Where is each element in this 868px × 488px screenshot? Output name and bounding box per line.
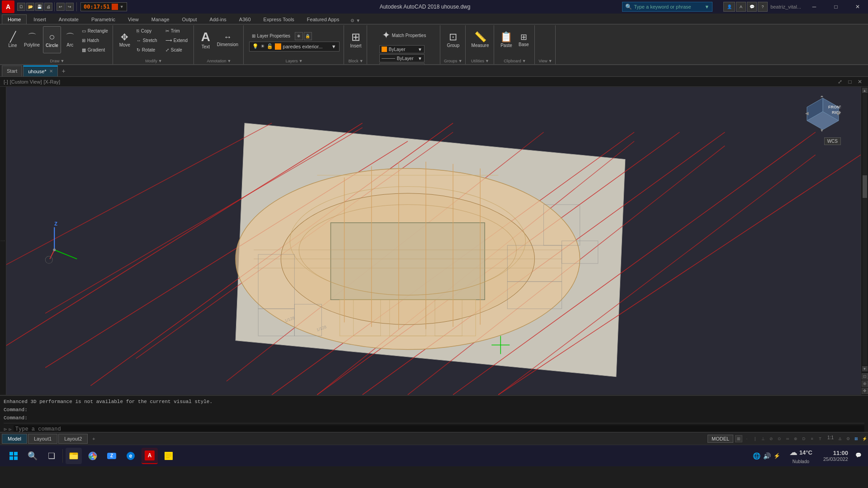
layer-lock-btn[interactable]: 🔒 [304,32,312,40]
match-properties-button[interactable]: ✦ Match Properties [379,26,429,44]
plot-button[interactable]: 🖨 [44,3,52,11]
tab-annotate[interactable]: Annotate [53,14,85,24]
drawing-canvas[interactable]: 1/128 1/128 Z [0,87,861,395]
ortho-btn[interactable]: ⊥ [760,435,767,442]
signin-btn[interactable]: A [736,2,746,12]
new-tab-btn[interactable]: + [59,66,69,76]
user-menu-btn[interactable]: 👤 [723,2,735,12]
gradient-button[interactable]: ▦ Gradient [80,45,110,54]
trim-button[interactable]: ✂ Trim [164,26,191,35]
tab-home[interactable]: Home [2,14,27,24]
linetype-dropdown[interactable]: ByLayer ▼ [379,54,425,62]
scroll-down-btn[interactable]: ▼ [862,366,868,371]
taskbar-notes-btn[interactable] [160,448,177,464]
annotation-scale-btn[interactable]: Δ [836,435,844,442]
base-button[interactable]: ⊞ Base [515,26,532,53]
layout-tab-layout2[interactable]: Layout2 [58,434,88,444]
undo-button[interactable]: ↩ [57,3,65,11]
model-space-btn[interactable]: MODEL [708,435,733,443]
workspace-dropdown[interactable]: ⚙ ▼ [348,17,363,24]
comm-center-btn[interactable]: 💬 [747,2,757,12]
viewport-negative-btn[interactable]: [-] [4,79,8,84]
layer-properties-button[interactable]: ⊞ Layer Properties [249,32,293,40]
circle-button[interactable]: ○ Circle [43,26,61,53]
annotation-group-label[interactable]: Annotation ▼ [207,58,231,64]
clock-widget[interactable]: 11:00 25/03/2022 [820,448,852,464]
tab-insert[interactable]: Insert [28,14,52,24]
taskbar-zoom-btn[interactable]: Z [104,448,120,464]
tab-featured[interactable]: Featured Apps [301,14,345,24]
notification-btn[interactable]: 💬 [855,452,863,460]
groups-group-label[interactable]: Groups ▼ [444,58,462,64]
doc-tab-start[interactable]: Start [2,66,22,76]
layer-current-dropdown[interactable]: 💡 ☀ 🔓 paredes exterior... ▼ [249,42,340,52]
measure-button[interactable]: 📏 Measure [469,26,491,53]
isolate-objects-btn[interactable]: ⊠ [853,435,860,442]
snap-btn[interactable]: · [743,435,750,442]
save-button[interactable]: 💾 [35,3,43,11]
copy-button[interactable]: ⎘ Copy [135,26,162,35]
app-logo[interactable]: A [2,0,14,13]
open-button[interactable]: 📂 [26,3,34,11]
line-button[interactable]: ╱ Line [5,26,21,53]
redo-button[interactable]: ↪ [66,3,74,11]
user-name[interactable]: beatriz_vital... [769,4,803,9]
tab-a360[interactable]: A360 [233,14,257,24]
osnap-btn[interactable]: ⊙ [776,435,783,442]
taskbar-search-btn[interactable]: 🔍 [24,448,41,464]
move-button[interactable]: ✥ Move [117,26,133,53]
draw-group-label[interactable]: Draw ▼ [50,58,64,64]
layout-tab-layout1[interactable]: Layout1 [28,434,57,444]
extend-button[interactable]: ⟶ Extend [164,36,191,45]
weather-widget[interactable]: ☁ 14°C Nublado [786,446,816,465]
zoom-extents-btn[interactable]: ⊡ [862,373,868,380]
new-layout-btn[interactable]: + [89,434,99,444]
tab-parametric[interactable]: Parametric [85,14,121,24]
viewport-max-btn[interactable]: □ [845,77,854,86]
help-btn[interactable]: ? [758,2,768,12]
dimension-button[interactable]: ↔ Dimension [215,26,241,53]
start-btn[interactable] [5,448,22,464]
hardware-accel-btn[interactable]: ⚡ [861,435,868,442]
zoom-ratio-btn[interactable]: 1:1 [826,435,835,442]
dyn-btn[interactable]: D [800,435,807,442]
new-button[interactable]: 🗋 [17,3,25,11]
tab-output[interactable]: Output [176,14,203,24]
taskbar-autocad-btn[interactable]: A [142,448,158,464]
pan-btn[interactable]: ✥ [862,388,868,394]
viewport-close-btn[interactable]: ✕ [855,77,864,86]
task-view-btn[interactable]: ❏ [43,448,60,464]
zoom-realtime-btn[interactable]: ⊕ [862,380,868,387]
left-panel-grip[interactable]: ⋮ [0,87,6,395]
wcs-label[interactable]: WCS [824,137,841,145]
layout-tab-model[interactable]: Model [2,434,27,444]
viewport-style-btn[interactable]: [X-Ray] [44,79,61,84]
close-doc-btn[interactable]: ✕ [49,69,53,74]
minimize-button[interactable]: ─ [804,0,825,14]
tab-manage[interactable]: Manage [146,14,175,24]
insert-button[interactable]: ⊞ Insert [348,26,364,53]
taskbar-explorer-btn[interactable] [66,448,82,464]
ducs-btn[interactable]: ⊕ [792,435,799,442]
workspace-toggle-btn[interactable]: ⚙ [844,435,852,442]
tp-btn[interactable]: T [816,435,824,442]
utilities-group-label[interactable]: Utilities ▼ [471,58,489,64]
taskbar-chrome-btn[interactable] [85,448,101,464]
clipboard-group-label[interactable]: Clipboard ▼ [504,58,526,64]
arc-button[interactable]: ⌒ Arc [62,26,78,53]
tab-express[interactable]: Express Tools [258,14,300,24]
layers-group-label[interactable]: Layers ▼ [286,58,303,64]
close-button[interactable]: ✕ [847,0,868,14]
color-dropdown[interactable]: ByLayer ▼ [379,45,425,53]
taskbar-browser2-btn[interactable]: e [123,448,139,464]
scale-button[interactable]: ⤢ Scale [164,45,191,54]
doc-tab-uhouse[interactable]: uhouse* ✕ [23,66,57,76]
grid-btn[interactable]: ⊞ [735,435,742,442]
scroll-up-btn[interactable]: ▲ [862,88,868,93]
polar-btn[interactable]: ⊘ [768,435,775,442]
modify-group-label[interactable]: Modify ▼ [145,58,162,64]
otrack-btn[interactable]: ∞ [784,435,791,442]
tab-addins[interactable]: Add-ins [204,14,232,24]
rotate-button[interactable]: ↻ Rotate [135,45,162,54]
paste-button[interactable]: 📋 Paste [498,26,514,53]
